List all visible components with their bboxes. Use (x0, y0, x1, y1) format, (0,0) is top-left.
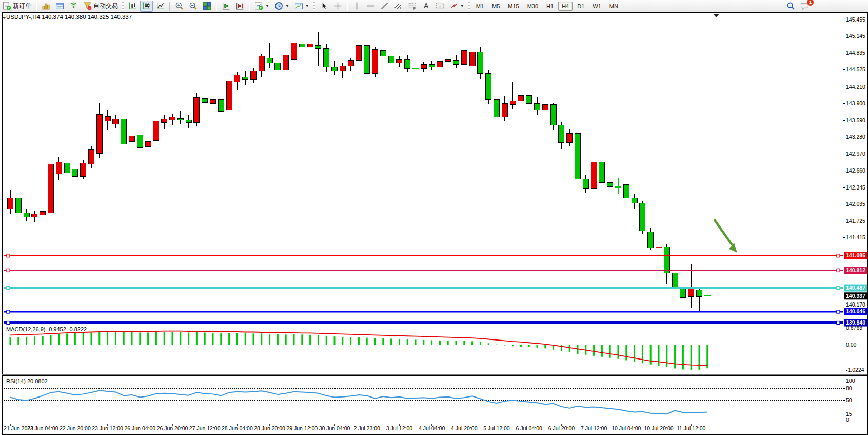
crosshair-button[interactable] (331, 1, 344, 12)
new-order-button[interactable]: 新订单 (1, 1, 33, 12)
time-axis-label: 6 Jul 04:00 (516, 425, 543, 431)
auto-scroll-button[interactable] (220, 1, 232, 12)
price-tick-label: 143.900 (846, 100, 865, 106)
candle (469, 52, 475, 66)
hline-marker[interactable] (837, 310, 840, 313)
toolbar-drag-handle[interactable] (313, 2, 315, 10)
candle (145, 141, 151, 147)
fibonacci-button[interactable]: F (406, 1, 419, 12)
dropdown-caret-icon[interactable]: ▼ (265, 4, 269, 8)
hline-marker[interactable] (837, 321, 840, 325)
hline-marker[interactable] (837, 269, 840, 272)
periods-button[interactable]: ▼ (272, 1, 291, 12)
hline-marker[interactable] (7, 321, 10, 325)
market-watch-button[interactable] (40, 1, 52, 12)
hline-marker[interactable] (7, 310, 10, 313)
timeframe-button-h1[interactable]: H1 (543, 2, 557, 11)
hline-marker[interactable] (7, 287, 10, 290)
dropdown-caret-icon[interactable]: ▼ (460, 4, 464, 8)
timeframe-button-w1[interactable]: W1 (589, 2, 605, 11)
dropdown-caret-icon[interactable]: ▼ (305, 4, 309, 8)
time-axis-label: 23 Jun 12:00 (92, 425, 123, 431)
time-axis-label: 27 Jun 12:00 (189, 425, 221, 431)
chart-background (0, 12, 868, 435)
timeframe-button-mn[interactable]: MN (606, 2, 622, 11)
candle (567, 133, 573, 142)
templates-button[interactable]: ▼ (292, 1, 311, 12)
cursor-button[interactable] (318, 1, 330, 12)
text-label-button[interactable]: T (433, 1, 446, 12)
dropdown-caret-icon[interactable]: ▼ (285, 4, 289, 8)
tile-windows-button[interactable] (201, 1, 213, 12)
text-button[interactable]: A (420, 1, 432, 12)
notifications-button[interactable]: 1 (798, 1, 811, 12)
timeframe-button-d1[interactable]: D1 (574, 2, 588, 11)
candle (380, 51, 386, 56)
macd-axis-label: 0.00 (846, 342, 857, 348)
candle (291, 43, 297, 60)
hline-marker[interactable] (837, 254, 840, 257)
candle (697, 290, 702, 296)
timeframe-button-m1[interactable]: M1 (472, 2, 487, 11)
time-axis-label: 3 Jul 12:00 (386, 425, 413, 431)
candle (162, 119, 167, 122)
hline-marker[interactable] (7, 269, 10, 272)
arrows-button[interactable]: ▼ (447, 1, 466, 12)
search-button[interactable] (784, 1, 797, 12)
tile-windows-icon (203, 2, 211, 10)
horizontal-line-button[interactable] (364, 1, 377, 12)
timeframe-button-m5[interactable]: M5 (488, 2, 503, 11)
candle (623, 184, 629, 198)
zoom-out-button[interactable] (187, 1, 200, 12)
trendline-button[interactable] (378, 1, 391, 12)
auto-trading-button[interactable]: 自动交易 (81, 1, 120, 12)
chart-shift-button[interactable] (233, 1, 246, 12)
zoom-in-icon (175, 2, 184, 10)
hline-marker[interactable] (837, 287, 840, 290)
candle (315, 45, 321, 48)
candle (486, 74, 491, 99)
candle (494, 99, 500, 117)
toolbar-right-group: 1 (784, 1, 812, 12)
timeframe-button-h4[interactable]: H4 (558, 2, 573, 11)
macd-axis-label: 0.6763 (846, 325, 862, 331)
candle (194, 97, 200, 122)
label-icon: T (436, 2, 444, 10)
arrows-icon (449, 2, 458, 10)
price-tick-label: 144.210 (846, 84, 865, 90)
candlestick-chart-button[interactable] (140, 1, 153, 12)
price-tick-label: 144.525 (846, 66, 865, 72)
zoom-in-button[interactable] (173, 1, 186, 12)
timeframe-button-m15[interactable]: M15 (504, 2, 522, 11)
candle (478, 52, 483, 74)
rsi-axis-label: 15 (846, 411, 852, 417)
equidistant-channel-button[interactable]: E (392, 1, 405, 12)
candle (153, 121, 159, 140)
toolbar-drag-handle[interactable] (122, 2, 124, 10)
time-axis-label: 26 Jun 20:00 (157, 425, 188, 431)
candle (8, 198, 13, 209)
time-axis-label: 10 Jul 04:00 (611, 425, 641, 431)
timeframe-button-m30[interactable]: M30 (524, 2, 542, 11)
candle (591, 162, 597, 189)
navigator-button[interactable] (67, 1, 80, 12)
bar-chart-button[interactable] (126, 1, 139, 12)
candle (24, 213, 29, 217)
toolbar-drag-handle[interactable] (468, 2, 470, 10)
indicators-button[interactable]: ▼ (252, 1, 271, 12)
time-axis-label: 5 Jul 12:00 (483, 425, 510, 431)
data-window-button[interactable] (53, 1, 66, 12)
hline-marker[interactable] (7, 254, 10, 257)
candle (559, 125, 564, 143)
price-badge-label: 141.085 (846, 252, 865, 258)
template-icon (294, 2, 303, 10)
candle (234, 75, 240, 82)
rsi-axis-label: 100 (846, 377, 855, 384)
candle (275, 63, 281, 70)
candle (186, 120, 191, 122)
hline-icon (366, 2, 375, 10)
line-chart-button[interactable] (154, 1, 167, 12)
vertical-line-button[interactable] (350, 1, 363, 12)
fibo-icon: F (408, 2, 417, 10)
time-axis-label: 4 Jul 04:00 (419, 425, 445, 431)
